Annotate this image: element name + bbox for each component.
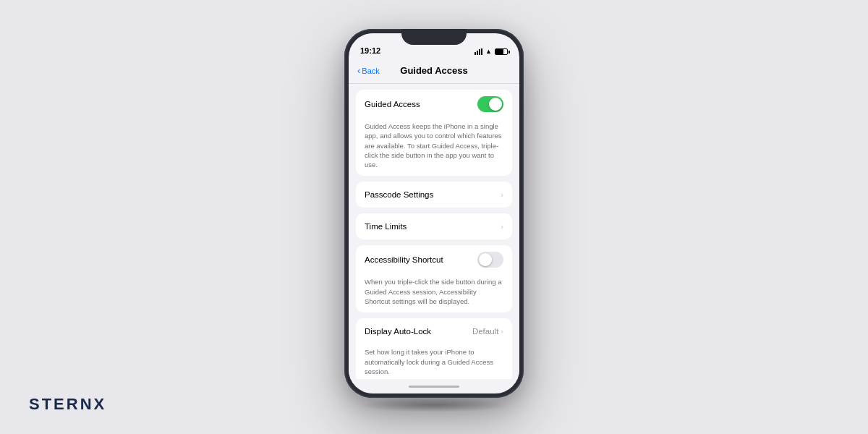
guided-access-row: Guided Access: [356, 90, 512, 119]
accessibility-section: Accessibility Shortcut When you triple-c…: [356, 245, 512, 312]
display-autolock-value: Default: [472, 327, 498, 336]
accessibility-shortcut-row: Accessibility Shortcut: [356, 245, 512, 274]
passcode-chevron-icon: ›: [501, 190, 503, 199]
time-limits-row[interactable]: Time Limits ›: [356, 213, 512, 239]
status-icons: ▲: [475, 48, 508, 55]
notch: [401, 29, 467, 45]
home-bar: [409, 386, 459, 388]
guided-access-toggle[interactable]: [477, 96, 503, 112]
toggle-knob-2: [479, 253, 492, 266]
battery-icon: [495, 48, 508, 55]
wifi-icon: ▲: [485, 48, 492, 55]
guided-access-section: Guided Access Guided Access keeps the iP…: [356, 90, 512, 176]
display-autolock-section: Display Auto-Lock Default › Set how long…: [356, 318, 512, 379]
phone: 19:12 ▲ ‹ Ba: [344, 29, 524, 398]
phone-shadow: [359, 398, 509, 412]
display-autolock-description: Set how long it takes your iPhone to aut…: [356, 344, 512, 379]
guided-access-description: Guided Access keeps the iPhone in a sing…: [356, 119, 512, 176]
back-label: Back: [362, 67, 379, 75]
content-area: Guided Access Guided Access keeps the iP…: [349, 84, 519, 379]
toggle-knob: [489, 98, 502, 111]
display-autolock-label: Display Auto-Lock: [365, 327, 431, 336]
display-autolock-chevron-icon: ›: [501, 327, 503, 336]
time-limits-label: Time Limits: [365, 222, 407, 231]
phone-wrapper: 19:12 ▲ ‹ Ba: [344, 29, 524, 405]
back-button[interactable]: ‹ Back: [357, 66, 380, 76]
nav-bar: ‹ Back Guided Access: [349, 58, 519, 84]
signal-icon: [475, 48, 482, 55]
passcode-settings-chevron-area: ›: [501, 190, 503, 199]
brand-logo: STERNX: [29, 395, 106, 414]
time-limits-section: Time Limits ›: [356, 213, 512, 239]
screen: 19:12 ▲ ‹ Ba: [349, 33, 519, 393]
display-autolock-value-area: Default ›: [472, 327, 503, 336]
passcode-section: Passcode Settings ›: [356, 182, 512, 208]
accessibility-shortcut-toggle[interactable]: [477, 252, 503, 268]
passcode-settings-label: Passcode Settings: [365, 190, 433, 199]
home-indicator: [349, 379, 519, 393]
back-chevron-icon: ‹: [357, 65, 360, 76]
accessibility-shortcut-label: Accessibility Shortcut: [365, 255, 443, 264]
passcode-settings-row[interactable]: Passcode Settings ›: [356, 182, 512, 208]
nav-title: Guided Access: [400, 65, 467, 76]
guided-access-label: Guided Access: [365, 100, 420, 109]
accessibility-description: When you triple-click the side button du…: [356, 274, 512, 312]
time-limits-chevron-area: ›: [501, 222, 503, 231]
status-time: 19:12: [360, 46, 380, 55]
display-autolock-row[interactable]: Display Auto-Lock Default ›: [356, 318, 512, 344]
time-limits-chevron-icon: ›: [501, 222, 503, 231]
